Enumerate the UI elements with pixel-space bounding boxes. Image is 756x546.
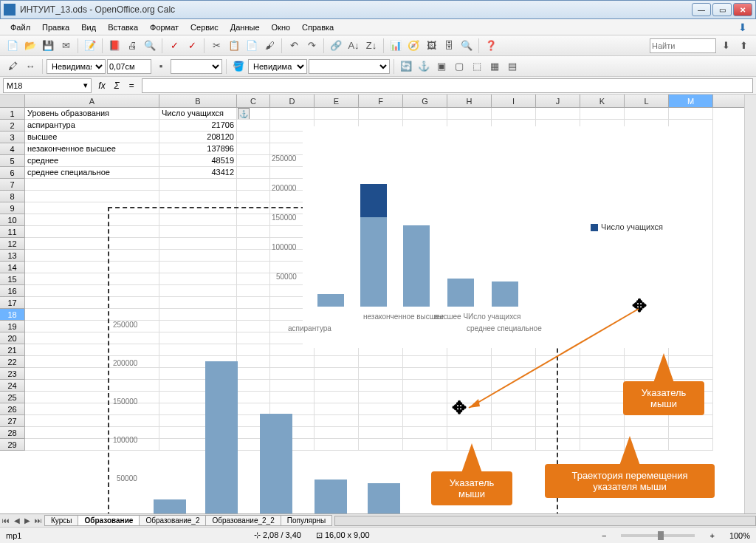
tab-first-icon[interactable]: ⏮ (0, 516, 12, 525)
tab-obrazovanie-2-2[interactable]: Образование_2_2 (205, 515, 281, 526)
row-header-28[interactable]: 28 (0, 427, 25, 439)
new-icon[interactable]: 📄 (4, 38, 21, 54)
menu-insert[interactable]: Вставка (102, 21, 144, 33)
cell[interactable] (580, 439, 625, 451)
copy-icon[interactable]: 📋 (226, 38, 242, 54)
cell-B6[interactable]: 43412 (159, 167, 237, 179)
cell[interactable] (580, 368, 625, 380)
row-header-6[interactable]: 6 (0, 167, 25, 179)
vertical-scrollbar[interactable] (744, 95, 756, 513)
navigator-icon[interactable]: 🧭 (405, 38, 422, 54)
redo-icon[interactable]: ↷ (303, 38, 320, 54)
cell[interactable] (159, 191, 237, 202)
fill-style-select[interactable]: Невидима (248, 59, 307, 74)
zoom-out-icon[interactable]: − (602, 531, 606, 540)
edit-icon[interactable]: 📝 (82, 38, 98, 54)
cell[interactable] (237, 120, 270, 132)
column-header-D[interactable]: D (270, 95, 315, 107)
row-header-5[interactable]: 5 (0, 155, 25, 167)
menu-tools[interactable]: Сервис (185, 21, 224, 33)
cell[interactable] (580, 427, 625, 439)
row-header-2[interactable]: 2 (0, 120, 25, 132)
menu-view[interactable]: Вид (75, 21, 102, 33)
find-input[interactable] (650, 38, 716, 53)
row-header-10[interactable]: 10 (0, 214, 25, 226)
cell-A1[interactable]: Уровень образования (25, 108, 159, 120)
row-header-7[interactable]: 7 (0, 179, 25, 191)
highlighter-icon[interactable]: 🖍 (4, 58, 21, 75)
ungroup-icon[interactable]: ▤ (504, 58, 520, 75)
row-header-8[interactable]: 8 (0, 191, 25, 202)
save-icon[interactable]: 💾 (40, 38, 56, 54)
find-next-icon[interactable]: ⬆ (735, 38, 752, 54)
autospell-icon[interactable]: ✓ (184, 38, 200, 54)
open-icon[interactable]: 📂 (22, 38, 38, 54)
line-style-select[interactable]: Невидимая (47, 59, 106, 74)
cell[interactable] (669, 415, 713, 427)
menu-edit[interactable]: Правка (36, 21, 75, 33)
pdf-icon[interactable]: 📕 (106, 38, 123, 54)
fill-color-select[interactable] (309, 59, 390, 74)
column-header-I[interactable]: I (492, 95, 536, 107)
chart-new-position[interactable]: 50000 100000 150000 200000 250000 аспира… (303, 126, 712, 348)
row-header-20[interactable]: 20 (0, 332, 25, 344)
column-header-M[interactable]: M (669, 95, 713, 107)
cell[interactable] (669, 356, 713, 368)
column-header-F[interactable]: F (359, 95, 403, 107)
column-header-L[interactable]: L (625, 95, 669, 107)
cell-A6[interactable]: среднее специальное (25, 167, 159, 179)
close-button[interactable]: ✕ (733, 3, 752, 16)
cell-A2[interactable]: аспирантура (25, 120, 159, 132)
arrow-style-icon[interactable]: ↔ (22, 58, 38, 75)
menu-window[interactable]: Окно (266, 21, 297, 33)
equals-icon[interactable]: = (124, 78, 139, 93)
menu-data[interactable]: Данные (224, 21, 266, 33)
cell[interactable] (580, 108, 625, 120)
cut-icon[interactable]: ✂ (208, 38, 224, 54)
zoom-in-icon[interactable]: + (709, 531, 714, 540)
cell-reference-box[interactable]: M18 ▾ (3, 78, 92, 93)
download-icon[interactable]: ⬇ (734, 21, 752, 33)
chevron-down-icon[interactable]: ▾ (83, 81, 88, 90)
hyperlink-icon[interactable]: 🔗 (328, 38, 344, 54)
cell[interactable] (625, 415, 669, 427)
row-header-13[interactable]: 13 (0, 250, 25, 262)
column-header-C[interactable]: C (237, 95, 270, 107)
column-header-A[interactable]: A (25, 95, 159, 107)
cell[interactable] (237, 167, 270, 179)
cell[interactable] (237, 155, 270, 167)
select-all-corner[interactable] (0, 95, 25, 107)
anchor-icon[interactable]: ⚓ (416, 58, 432, 75)
undo-icon[interactable]: ↶ (286, 38, 302, 54)
cell[interactable] (580, 415, 625, 427)
chart-icon[interactable]: 📊 (388, 38, 404, 54)
row-header-22[interactable]: 22 (0, 356, 25, 368)
cell[interactable] (237, 132, 270, 143)
cell[interactable] (237, 191, 270, 202)
row-header-9[interactable]: 9 (0, 202, 25, 214)
cell-B2[interactable]: 21706 (159, 120, 237, 132)
cell[interactable] (315, 108, 359, 120)
cell[interactable] (669, 427, 713, 439)
print-icon[interactable]: 🖨 (124, 38, 140, 54)
column-header-K[interactable]: K (580, 95, 625, 107)
tab-obrazovanie-2[interactable]: Образование_2 (139, 515, 206, 526)
zoom-icon[interactable]: 🔍 (458, 38, 475, 54)
preview-icon[interactable]: 🔍 (142, 38, 158, 54)
minimize-button[interactable]: — (692, 3, 711, 16)
maximize-button[interactable]: ▭ (712, 3, 732, 16)
paste-icon[interactable]: 📄 (244, 38, 260, 54)
tab-populyarny[interactable]: Популярны (281, 515, 332, 526)
help-icon[interactable]: ❓ (483, 38, 499, 54)
cell[interactable] (625, 108, 669, 120)
column-header-J[interactable]: J (536, 95, 580, 107)
cell[interactable] (237, 108, 270, 120)
front-icon[interactable]: ▣ (433, 58, 450, 75)
column-header-H[interactable]: H (447, 95, 492, 107)
cell[interactable] (359, 108, 403, 120)
cell[interactable] (403, 108, 447, 120)
row-header-12[interactable]: 12 (0, 238, 25, 250)
row-header-29[interactable]: 29 (0, 439, 25, 451)
spreadsheet-area[interactable]: ABCDEFGHIJKLM 12345678910111213141516171… (0, 95, 756, 513)
cell[interactable] (447, 108, 492, 120)
